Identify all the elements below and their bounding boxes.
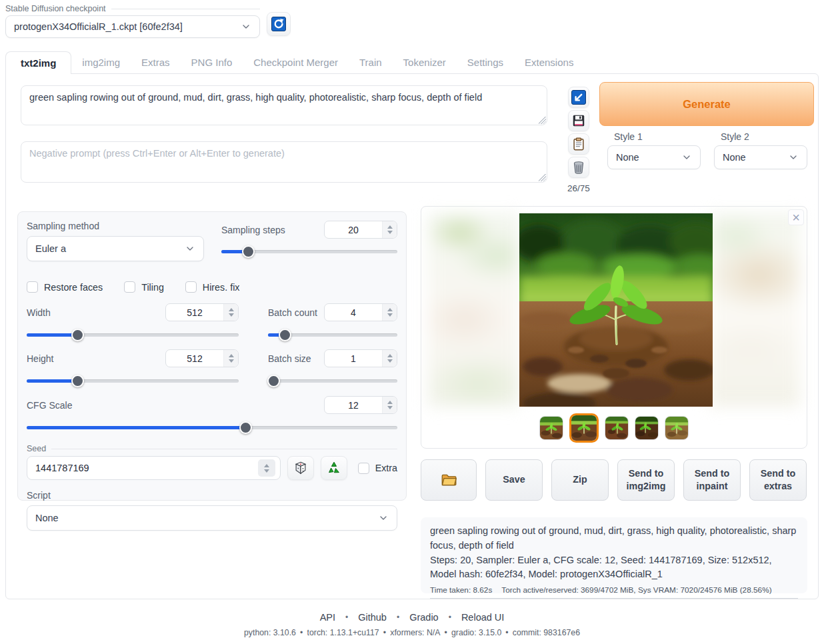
info-prompt-text: green sapling rowing out of ground, mud,… — [430, 524, 798, 553]
send-to-extras-button[interactable]: Send to extras — [749, 459, 807, 501]
apply-style-button[interactable] — [568, 133, 589, 155]
spinner-down-icon[interactable] — [387, 313, 393, 317]
footer-link-gradio[interactable]: Gradio — [409, 612, 439, 623]
spinner[interactable] — [382, 397, 397, 413]
close-gallery-button[interactable]: × — [788, 209, 804, 225]
random-seed-button[interactable] — [287, 456, 314, 480]
tab-extras[interactable]: Extras — [131, 51, 181, 73]
tab-extensions[interactable]: Extensions — [514, 51, 584, 73]
thumbnail-5[interactable] — [665, 416, 689, 440]
batch-count-input[interactable]: 4 — [324, 303, 397, 321]
hires-fix-label: Hires. fix — [203, 282, 240, 293]
spinner-up-icon[interactable] — [387, 401, 393, 404]
spinner-down-icon[interactable] — [387, 406, 393, 409]
open-folder-button[interactable] — [421, 459, 477, 501]
spinner-up-icon[interactable] — [229, 354, 234, 357]
checkbox-box[interactable] — [27, 281, 38, 293]
thumbnail-4[interactable] — [635, 416, 659, 440]
resize-grip-icon[interactable] — [539, 174, 546, 181]
style1-select[interactable]: None — [607, 145, 701, 169]
save-style-button[interactable] — [568, 110, 589, 131]
height-label: Height — [27, 353, 165, 364]
slider-knob[interactable] — [239, 421, 252, 434]
batch-count-slider[interactable] — [268, 329, 397, 341]
negative-prompt-input[interactable] — [21, 141, 547, 183]
spinner-up-icon[interactable] — [387, 225, 393, 229]
style2-block: Style 2 None — [714, 131, 807, 169]
spinner-up-icon[interactable] — [387, 354, 393, 357]
seed-input[interactable]: 1441787169 — [27, 456, 281, 480]
spinner-down-icon[interactable] — [387, 231, 393, 234]
output-actions-row: Save Zip Send to img2img Send to inpaint… — [421, 459, 807, 501]
tab-png-info[interactable]: PNG Info — [181, 51, 243, 73]
script-select[interactable]: None — [27, 505, 397, 531]
footer-link-reload-ui[interactable]: Reload UI — [461, 612, 504, 623]
spinner-down-icon[interactable] — [229, 359, 234, 363]
spinner-down-icon[interactable] — [229, 313, 234, 317]
spinner-down-icon[interactable] — [387, 359, 393, 363]
zip-button[interactable]: Zip — [551, 459, 609, 501]
generated-image[interactable] — [519, 213, 713, 407]
reuse-seed-button[interactable] — [321, 456, 347, 480]
tab-train[interactable]: Train — [349, 51, 393, 73]
checkbox-box[interactable] — [124, 281, 135, 293]
spinner[interactable] — [382, 304, 397, 321]
thumbnail-2-selected[interactable] — [569, 413, 599, 443]
save-button[interactable]: Save — [485, 459, 543, 501]
hires-fix-checkbox[interactable]: Hires. fix — [185, 281, 240, 293]
slider-track[interactable] — [268, 379, 397, 383]
thumbnail-1[interactable] — [539, 416, 563, 440]
batch-size-slider[interactable] — [268, 375, 397, 387]
height-slider[interactable] — [27, 375, 239, 387]
generate-button[interactable]: Generate — [599, 82, 814, 126]
spinner[interactable] — [382, 221, 397, 238]
slider-knob[interactable] — [279, 329, 291, 341]
spinner[interactable] — [223, 350, 238, 367]
style2-select[interactable]: None — [714, 145, 807, 169]
tiling-checkbox[interactable]: Tiling — [124, 281, 164, 293]
style1-label: Style 1 — [614, 131, 701, 142]
spinner[interactable] — [223, 304, 238, 321]
tab-checkpoint-merger[interactable]: Checkpoint Merger — [243, 51, 349, 73]
batch-size-input[interactable]: 1 — [324, 349, 397, 367]
checkbox-box[interactable] — [185, 281, 197, 293]
cfg-scale-slider[interactable] — [27, 421, 397, 433]
tab-tokenizer[interactable]: Tokenizer — [393, 51, 457, 73]
extra-seed-checkbox[interactable]: Extra — [358, 463, 397, 474]
send-to-img2img-button[interactable]: Send to img2img — [617, 459, 675, 501]
thumbnail-3[interactable] — [605, 416, 629, 440]
checkbox-box[interactable] — [358, 463, 369, 474]
clear-prompt-button[interactable] — [568, 157, 589, 178]
paste-generation-params-button[interactable] — [568, 87, 589, 108]
spinner-up-icon[interactable] — [229, 308, 234, 311]
footer-link-github[interactable]: Github — [358, 612, 387, 623]
prompt-input[interactable]: green sapling rowing out of ground, mud,… — [21, 85, 547, 125]
width-input[interactable]: 512 — [165, 303, 239, 321]
tab-settings[interactable]: Settings — [457, 51, 514, 73]
tab-img2img[interactable]: img2img — [71, 51, 131, 73]
height-input[interactable]: 512 — [165, 349, 239, 367]
spinner-up-icon[interactable] — [387, 308, 393, 311]
spinner[interactable] — [382, 350, 397, 367]
spinner-up-icon[interactable] — [264, 464, 269, 467]
checkpoint-select[interactable]: protogenX34OfficialR_1.ckpt [60fe2f34] — [5, 15, 260, 38]
slider-knob[interactable] — [71, 375, 84, 387]
tab-txt2img[interactable]: txt2img — [5, 51, 71, 74]
footer-link-api[interactable]: API — [320, 612, 335, 623]
sampling-steps-input[interactable]: 20 — [324, 221, 397, 239]
slider-knob[interactable] — [71, 329, 84, 341]
cfg-scale-input[interactable]: 12 — [324, 396, 397, 414]
width-slider[interactable] — [27, 329, 239, 341]
slider-knob[interactable] — [242, 245, 255, 258]
send-to-inpaint-button[interactable]: Send to inpaint — [683, 459, 741, 501]
resize-grip-icon[interactable] — [539, 117, 546, 124]
sampling-method-select[interactable]: Euler a — [27, 236, 204, 261]
chevron-down-icon — [185, 243, 195, 254]
sampling-steps-slider[interactable] — [221, 245, 397, 257]
restore-faces-checkbox[interactable]: Restore faces — [27, 281, 103, 293]
spinner-down-icon[interactable] — [264, 469, 269, 473]
spinner[interactable] — [258, 459, 275, 477]
batch-size-value: 1 — [325, 350, 382, 367]
slider-knob[interactable] — [267, 375, 280, 387]
refresh-checkpoint-button[interactable] — [267, 12, 291, 36]
